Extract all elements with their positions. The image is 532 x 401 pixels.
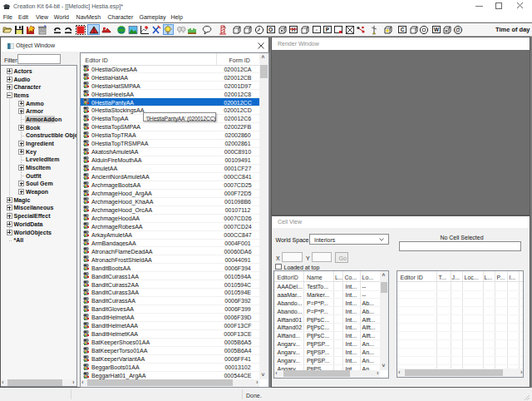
svg-text:@: @ <box>455 27 461 32</box>
